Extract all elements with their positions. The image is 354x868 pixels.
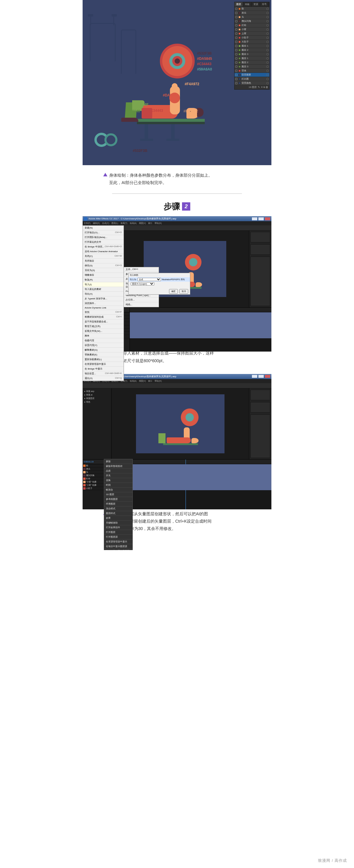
menu-item[interactable]: 项目设置...Ctrl+Alt+Shift+K [83,371,124,376]
project-item[interactable]: ▸ 举重图层 [84,397,110,400]
menu-item[interactable]: 关闭(C)Ctrl+W [83,254,124,259]
context-menu-item[interactable]: 在项目流程图中显示图层 [104,549,132,550]
layer-row[interactable]: 腿后 1 [235,56,269,60]
target-icon[interactable] [266,8,269,10]
menu-item[interactable]: 视图(V) [139,380,146,382]
layer-row[interactable]: 小臂 [235,27,269,32]
timeline-bar[interactable] [130,322,271,325]
layer-row[interactable]: 小肚子 [235,36,269,40]
target-icon[interactable] [266,78,269,80]
context-menu-item[interactable]: 打开图层源 [104,535,132,539]
menu-item[interactable]: 打开最近的文件 [83,240,124,245]
timeline-bar[interactable] [130,312,271,316]
context-menu-item[interactable]: 时间 [104,483,132,488]
target-icon[interactable] [266,37,269,39]
menu-item[interactable]: 替换素材(E) [83,352,124,357]
menu-item[interactable]: 设置代理(Y) [83,343,124,348]
menu-item[interactable]: 编辑(E) [93,222,100,225]
layer-row[interactable]: 翘头刘海 [235,19,269,23]
context-menu-item[interactable]: 混合模式 [104,506,132,511]
layer-row[interactable]: 背体 [235,69,269,73]
import-options-dialog[interactable]: 导入种类: 导入为: 合成 Illustrator/PDF/EPS 序列 图层大… [128,273,190,294]
visibility-icon[interactable] [235,74,237,76]
target-icon[interactable] [266,70,269,72]
menu-item[interactable]: 在资源管理器中显示 [83,362,124,367]
layer-row[interactable]: 发尖 [235,11,269,15]
visibility-icon[interactable] [235,20,237,23]
timeline-bar[interactable] [133,487,271,490]
target-icon[interactable] [266,82,269,84]
menu-item[interactable]: 图层(L) [112,222,118,225]
timeline-bar[interactable] [130,316,271,319]
window-buttons[interactable] [252,375,270,378]
menubar[interactable]: 文件(F)编辑(E)合成(C)图层(L)效果(T)动画(A)视图(V)窗口帮助(… [83,221,271,225]
timeline-tracks[interactable] [133,460,271,509]
menu-item[interactable]: 合成(C) [102,222,109,225]
target-icon[interactable] [266,61,269,64]
import-kind-select[interactable]: 合成 [138,278,161,281]
ok-button[interactable]: 确定 [169,289,178,294]
window-buttons[interactable] [252,217,270,220]
menu-item[interactable]: 浏览插件... [83,301,124,306]
effects-panel[interactable] [250,257,270,306]
target-icon[interactable] [266,24,269,27]
visibility-icon[interactable] [235,49,237,51]
menu-item[interactable]: 恢复(R) [83,278,124,282]
visibility-icon[interactable] [235,57,237,60]
target-icon[interactable] [266,74,269,76]
menu-item[interactable]: 导出(X) [83,292,124,297]
timeline-bar[interactable] [130,325,271,329]
menu-item[interactable]: 动画(A) [130,222,137,225]
menu-item[interactable]: 帮助(H) [154,222,162,225]
target-icon[interactable] [266,53,269,56]
visibility-icon[interactable] [235,28,237,31]
context-menu-item[interactable]: 效果 [104,516,132,521]
menu-item[interactable]: 启动 Adobe Character Animator [83,249,124,254]
context-menu-item[interactable]: 3D 图层 [104,492,132,497]
menu-item[interactable]: 整理工程(文件) [83,324,124,329]
menu-item[interactable]: 增量保存 [83,273,124,278]
info-panel[interactable] [250,232,270,242]
visibility-icon[interactable] [235,65,237,68]
layer-row[interactable]: 上臂 [235,32,269,36]
target-icon[interactable] [266,41,269,43]
context-menu-item[interactable]: 在项目中显示图层源 [104,544,132,549]
menu-item[interactable]: 占位符... [124,298,159,302]
menu-item[interactable]: 脚本 [83,334,124,338]
visibility-icon[interactable] [235,8,237,10]
context-menu-item[interactable]: 开关 [104,473,132,478]
menu-item[interactable]: 效果(T) [121,222,127,225]
timeline-bar[interactable] [133,471,271,474]
visibility-icon[interactable] [235,12,237,14]
menu-item[interactable]: 另存为(S) [83,268,124,273]
menu-item[interactable]: 视图(V) [139,222,146,225]
tab-layers[interactable]: 图层 [235,2,243,6]
project-item[interactable]: ▸ 举重.aep [84,390,110,393]
tab-artboards[interactable]: 画板 [243,2,252,6]
menu-item[interactable]: Adobe Dynamic Link [83,306,124,310]
project-panel[interactable]: ▸ 举重.aep▸ 举重.ai▸ 举重图层▸ 纯色 [83,389,112,459]
layer-row[interactable]: 头 [235,15,269,19]
cancel-button[interactable]: 取消 [179,289,188,294]
menu-item[interactable]: 文件...Ctrl+I [124,267,159,272]
layer-row[interactable]: 腿前 2 [235,48,269,52]
layer-row[interactable]: 大肚子 [235,40,269,44]
menu-item[interactable]: 基于所选项新建合成... [83,319,124,324]
menu-item[interactable]: 文件(F) [84,222,91,225]
tab-symbols[interactable]: 符号 [260,2,269,6]
target-icon[interactable] [266,49,269,51]
context-menu-item[interactable]: 蒙版 [104,459,132,464]
visibility-icon[interactable] [235,82,237,84]
visibility-icon[interactable] [235,32,237,35]
visibility-icon[interactable] [235,37,237,39]
menu-item[interactable]: 打开项目(O)...Ctrl+O [83,230,124,235]
layer-row[interactable]: 鞋 [235,7,269,11]
timeline-bar[interactable] [133,464,271,467]
menu-item[interactable]: 将素材添加到合成Ctrl+/ [83,315,124,319]
target-icon[interactable] [266,16,269,18]
menu-item[interactable]: 关闭项目 [83,259,124,264]
preview-area[interactable] [112,389,249,459]
preview-panel[interactable] [250,244,270,255]
target-icon[interactable] [266,20,269,23]
context-menu-item[interactable]: 在资源管理器中显示 [104,539,132,544]
